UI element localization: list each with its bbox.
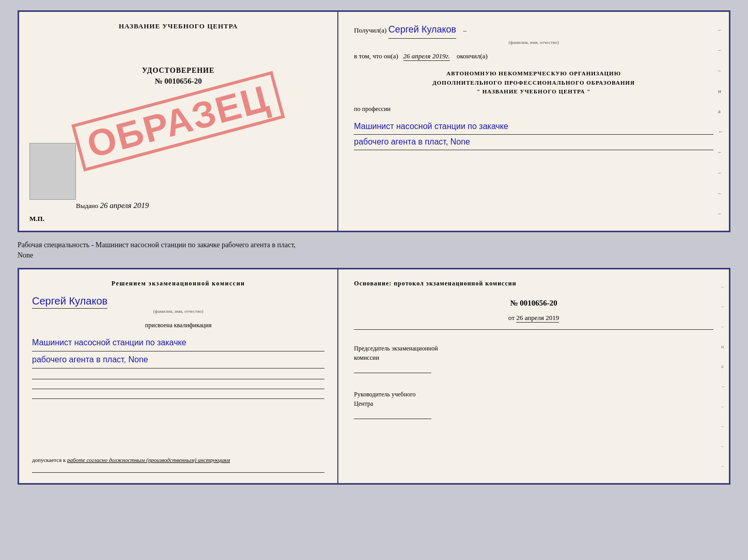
dopuskaetsya-block: допускается к работе согласно должностны… — [32, 457, 324, 463]
rukovoditel-line1: Руководитель учебного — [354, 390, 713, 399]
kval-line2: рабочего агента в пласт, None — [32, 351, 324, 369]
person-name-bottom: Сергей Кулаков — [32, 295, 107, 309]
poluchil-name: Сергей Кулаков — [388, 22, 457, 39]
caption-text: Рабочая специальность - Машинист насосно… — [18, 237, 730, 263]
org-name: " НАЗВАНИЕ УЧЕБНОГО ЦЕНТРА " — [354, 87, 713, 97]
dopuskaetsya-value: работе согласно должностным (производств… — [67, 457, 230, 463]
predsedatel-line1: Председатель экзаменационной — [354, 344, 713, 353]
professiya-value-1: Машинист насосной станции по закачке раб… — [354, 119, 713, 150]
stamp-obrazec: ОБРАЗЕЦ — [71, 71, 285, 171]
photo-placeholder — [29, 143, 76, 200]
resheniyem-text: Решением экзаменационной комиссии — [32, 280, 324, 287]
okonchil-label: окончил(а) — [457, 52, 488, 60]
vtom-date: 26 апреля 2019г. — [403, 52, 450, 61]
cert-left: НАЗВАНИЕ УЧЕБНОГО ЦЕНТРА УДОСТОВЕРЕНИЕ №… — [19, 12, 338, 231]
ot-date-value: 26 апреля 2019 — [516, 314, 559, 323]
org-line1: АВТОНОМНУЮ НЕКОММЕРЧЕСКУЮ ОРГАНИЗАЦИЮ — [354, 69, 713, 78]
line3 — [32, 398, 324, 399]
udostoverenie-block: УДОСТОВЕРЕНИЕ № 0010656-20 — [142, 67, 214, 86]
professiya-label: по профессии — [354, 105, 391, 113]
right-margin-lines-top: – – – и а ← – – – – — [718, 12, 724, 231]
udostoverenie-number: № 0010656-20 — [142, 77, 214, 86]
protokol-number: № 0010656-20 — [354, 299, 713, 308]
document-container: НАЗВАНИЕ УЧЕБНОГО ЦЕНТРА УДОСТОВЕРЕНИЕ №… — [18, 10, 730, 485]
rukovoditel-block: Руководитель учебного Центра — [354, 390, 713, 419]
udostoverenie-title: УДОСТОВЕРЕНИЕ — [142, 67, 214, 75]
bottom-left: Решением экзаменационной комиссии Сергей… — [19, 269, 338, 483]
line4 — [32, 472, 324, 473]
dopuskaetsya-label: допускается к — [32, 457, 66, 463]
vtom-label: в том, что он(а) — [354, 52, 398, 60]
vtom-line: в том, что он(а) 26 апреля 2019г. окончи… — [354, 52, 713, 60]
sep-line — [354, 329, 713, 330]
professiya-line1: Машинист насосной станции по закачке — [354, 119, 713, 135]
kval-block: Машинист насосной станции по закачке раб… — [32, 334, 324, 369]
vydano-line: Выдано 26 апреля 2019 — [76, 201, 149, 210]
right-margin-lines-bottom: – – – и а ← – – – – — [721, 269, 726, 483]
person-name-block: Сергей Кулаков (фамилия, имя, отчество) — [32, 293, 324, 314]
familiya-hint-bottom: (фамилия, имя, отчество) — [32, 309, 324, 314]
mp-line: М.П. — [29, 215, 44, 223]
ot-date-block: от 26 апреля 2019 — [354, 314, 713, 322]
cert-title-top: НАЗВАНИЕ УЧЕБНОГО ЦЕНТРА — [119, 22, 238, 30]
ot-label: от — [508, 314, 515, 322]
osnovanie-text: Основание: протокол экзаменационной коми… — [354, 280, 713, 287]
org-line2: ДОПОЛНИТЕЛЬНОГО ПРОФЕССИОНАЛЬНОГО ОБРАЗО… — [354, 78, 713, 88]
cert-right: Получил(а) Сергей Кулаков – (фамилия, им… — [338, 12, 729, 231]
professiya-line: по профессии — [354, 105, 713, 113]
line2 — [32, 389, 324, 389]
rukovoditel-signature — [354, 419, 431, 419]
org-block: АВТОНОМНУЮ НЕКОММЕРЧЕСКУЮ ОРГАНИЗАЦИЮ ДО… — [354, 69, 713, 97]
caption-line2: None — [18, 251, 33, 259]
familiya-hint-top: (фамилия, имя, отчество) — [354, 39, 713, 46]
line1 — [32, 379, 324, 379]
professiya-line2: рабочего агента в пласт, None — [354, 135, 713, 150]
vydano-date: 26 апреля 2019 — [100, 201, 149, 210]
certificate-bottom: Решением экзаменационной комиссии Сергей… — [18, 268, 730, 485]
caption-line1: Рабочая специальность - Машинист насосно… — [18, 241, 295, 249]
poluchil-label: Получил(а) — [354, 26, 386, 34]
predsedatel-line2: комиссии — [354, 353, 713, 362]
bottom-right: Основание: протокол экзаменационной коми… — [338, 269, 729, 483]
predsedatel-block: Председатель экзаменационной комиссии — [354, 344, 713, 373]
vydano-label: Выдано — [76, 202, 98, 210]
certificate-top: НАЗВАНИЕ УЧЕБНОГО ЦЕНТРА УДОСТОВЕРЕНИЕ №… — [18, 10, 730, 232]
rukovoditel-line2: Центра — [354, 399, 713, 408]
predsedatel-signature — [354, 373, 431, 373]
poluchil-line: Получил(а) Сергей Кулаков – (фамилия, им… — [354, 22, 713, 46]
prisvoena-text: присвоена квалификация — [32, 322, 324, 329]
kval-line1: Машинист насосной станции по закачке — [32, 334, 324, 351]
